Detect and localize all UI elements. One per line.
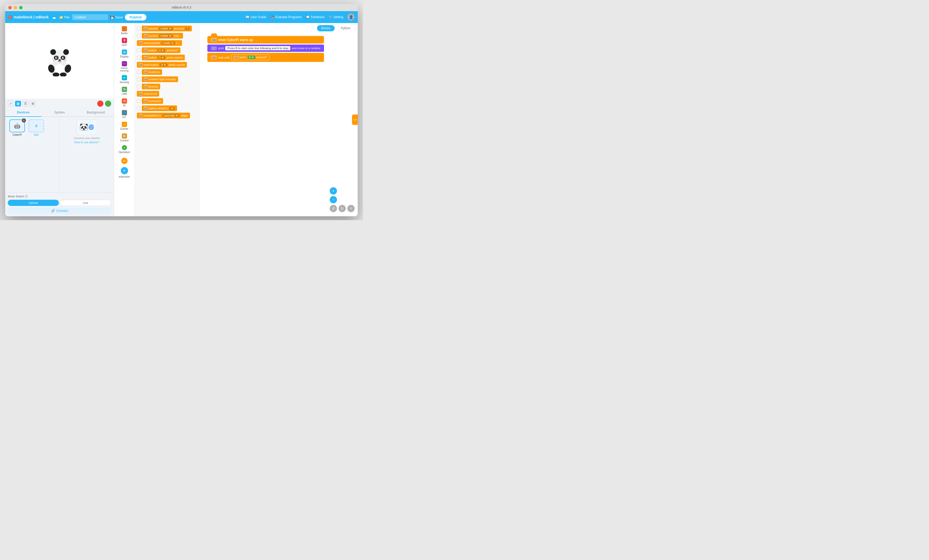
category-audio[interactable]: 🔊 Audio <box>116 25 133 36</box>
reset-button-dropdown[interactable]: A ▼ <box>160 63 168 67</box>
button-b-label[interactable]: B ▼ <box>248 56 255 59</box>
block-checkbox-joystick-count[interactable] <box>137 34 141 38</box>
nested-button-block[interactable]: 🤖 button B ▼ pressed? <box>231 54 270 60</box>
category-motion-sensing[interactable]: 〰 MotionSensing <box>116 60 133 73</box>
category-lan[interactable]: 📡 LAN <box>116 86 133 96</box>
block-checkbox-hostname[interactable] <box>137 99 141 103</box>
tab-background[interactable]: Background <box>78 108 114 117</box>
block-device-icon: 🤖 <box>211 55 217 59</box>
block-checkbox-ambient-light[interactable] <box>137 78 141 81</box>
zoom-in-button[interactable]: + <box>330 187 337 194</box>
wait-until-block[interactable]: 🤖 wait until 🤖 button B ▼ pressed? <box>207 53 324 62</box>
tab-python[interactable]: Python <box>337 25 354 31</box>
mode-switch-area: Mode Switch ⓘ Upload Live 🔗 Connect <box>5 192 114 216</box>
block-reset-joystick[interactable]: 🤖 reset joystick middle ▼ c... <box>137 40 182 46</box>
block-hostname[interactable]: 🤖 hostname <box>142 98 163 104</box>
tab-blocks[interactable]: Blocks <box>317 25 334 31</box>
zoom-out-button[interactable]: − <box>330 196 337 203</box>
view-mode-list[interactable]: ☰ <box>23 101 29 106</box>
example-programs-button[interactable]: 📚 Example Programs <box>270 15 302 19</box>
add-label: Add <box>34 133 38 136</box>
block-joystick-count[interactable]: 🤖 joystick middle ▼ cou... <box>142 33 183 38</box>
block-joystick-middle-pressed[interactable]: 🤖 joystick middle ▼ pressed ? <box>142 26 192 31</box>
block-ambient-light[interactable]: 🤖 ambient light intensity <box>142 77 178 82</box>
publish-button[interactable]: Publish <box>125 14 146 20</box>
add-device-button[interactable]: + <box>29 119 44 132</box>
category-ai[interactable]: 🧠 AI <box>116 97 133 108</box>
block-timer[interactable]: 🤖 timer(s) <box>142 84 160 89</box>
devices-area: 🤖 ✕ CyberPi + Add <box>5 117 59 193</box>
block-checkbox-loudness[interactable] <box>137 70 141 74</box>
mode-buttons: Upload Live <box>8 200 111 206</box>
coding-area: Blocks Python 🤖 when CyberPi starts up 🤖… <box>199 23 358 216</box>
competition-dropdown[interactable]: automatic ▼ <box>162 114 180 117</box>
upload-mode-button[interactable]: Upload <box>8 200 59 206</box>
joystick-count-dropdown[interactable]: middle ▼ <box>159 34 173 38</box>
fit-button[interactable]: = <box>347 205 354 212</box>
undo-button[interactable]: ↺ <box>330 205 337 212</box>
joystick-pressed-dropdown[interactable]: ? <box>185 27 190 30</box>
block-reset-timer[interactable]: 🤖 reset timer <box>137 91 159 96</box>
button-dropdown[interactable]: A ▼ <box>158 49 166 52</box>
sensing-icon: 👁 <box>122 75 127 80</box>
block-reset-button-counts[interactable]: 🤖 reset button A ▼ press counts <box>137 62 187 67</box>
live-mode-button[interactable]: Live <box>60 200 112 206</box>
nested-icon: 🤖 <box>233 56 238 59</box>
how-to-device-link[interactable]: How to use device? <box>74 141 99 144</box>
redo-button[interactable]: ↻ <box>339 205 346 212</box>
device-close-btn[interactable]: ✕ <box>22 118 26 122</box>
maximize-button[interactable] <box>19 6 23 9</box>
minimize-button[interactable] <box>14 6 17 9</box>
block-checkbox-button-count[interactable] <box>137 56 141 59</box>
view-mode-grid-medium[interactable]: ▦ <box>15 101 21 106</box>
when-cyberpi-starts-block[interactable]: 🤖 when CyberPi starts up <box>207 36 324 43</box>
view-mode-grid-small[interactable]: ⊞ <box>30 101 36 106</box>
block-checkbox-battery[interactable] <box>137 106 141 110</box>
print-block[interactable]: 🤖 print Press B to start color line foll… <box>207 44 324 52</box>
list-item: 🤖 hostname <box>137 98 197 104</box>
play-button[interactable] <box>105 101 111 107</box>
category-display[interactable]: 🖥 Display <box>116 49 133 59</box>
view-mode-expand[interactable]: ⤢ <box>8 101 14 106</box>
stop-button[interactable] <box>97 101 103 107</box>
category-iot[interactable]: 🌐 IoT <box>116 109 133 120</box>
setting-button[interactable]: ⚙️ Setting <box>329 15 343 19</box>
joystick-direction-dropdown[interactable]: middle ▼ <box>159 27 173 30</box>
save-button[interactable]: 💾 Save <box>110 15 123 19</box>
block-button-pressed[interactable]: 🤖 button A ▼ pressed? <box>142 47 180 53</box>
tab-sprites[interactable]: Sprites <box>41 108 78 117</box>
feedback-button[interactable]: 💬 Feedback <box>306 15 325 19</box>
category-control[interactable]: 🔄 Control <box>116 132 133 143</box>
reset-joystick-dropdown[interactable]: middle ▼ <box>161 41 175 45</box>
block-checkbox-timer[interactable] <box>137 85 141 88</box>
close-button[interactable] <box>8 6 12 9</box>
block-checkbox-joystick-middle[interactable] <box>137 27 141 30</box>
block-checkbox-button-pressed[interactable] <box>137 49 141 52</box>
blocks-panel: 🤖 joystick middle ▼ pressed ? 🤖 joystick… <box>135 23 199 216</box>
connect-button[interactable]: 🔗 Connect <box>8 208 111 214</box>
cloud-icon[interactable]: ☁ <box>51 14 57 21</box>
user-guide-button[interactable]: 📖 User Guide <box>245 15 266 19</box>
code-toggle-button[interactable]: </> <box>352 115 358 125</box>
tab-devices[interactable]: Devices <box>5 108 41 117</box>
device-cyberpi[interactable]: 🤖 ✕ CyberPi <box>8 119 26 136</box>
user-avatar[interactable]: 👤 <box>347 14 354 21</box>
stage-controls: ⤢ ▦ ☰ ⊞ <box>5 99 114 108</box>
coding-tabs: Blocks Python <box>314 23 358 31</box>
category-operators[interactable]: + Operators <box>116 144 133 155</box>
file-menu[interactable]: 📁 File <box>59 15 70 19</box>
block-battery[interactable]: 🤖 battery level(%) ▼ <box>142 106 177 111</box>
project-title-input[interactable] <box>72 14 108 20</box>
block-button-press-counts[interactable]: 🤖 button A ▼ press counts <box>142 55 185 60</box>
block-loudness[interactable]: 🤖 loudness <box>142 69 162 75</box>
add-extension-button[interactable]: + <box>121 167 128 174</box>
category-events[interactable]: ⚡ Events <box>116 121 133 131</box>
button-count-dropdown[interactable]: A ▼ <box>158 56 166 59</box>
block-competition[interactable]: 🤖 competition in automatic ▼ stage <box>137 113 190 118</box>
category-more[interactable]: ••• <box>116 157 133 165</box>
category-led[interactable]: 💡 LED <box>116 37 133 47</box>
battery-dropdown[interactable]: ▼ <box>169 107 175 110</box>
category-sensing[interactable]: 👁 Sensing <box>116 74 133 85</box>
stage-panel: ⤢ ▦ ☰ ⊞ Devices Sprites Background <box>5 23 114 216</box>
list-item: 🤖 battery level(%) ▼ <box>137 106 197 111</box>
